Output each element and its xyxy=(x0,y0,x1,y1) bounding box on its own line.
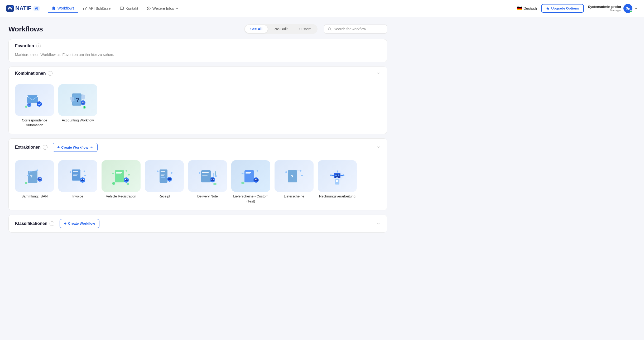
svg-rect-83 xyxy=(211,178,214,181)
workflow-label-accounting: Accounting Workflow xyxy=(62,118,94,123)
workflow-card-liefersch[interactable]: ? Lieferscheine xyxy=(275,160,314,204)
workflow-label-rechnung: Rechnungsverarbeitung xyxy=(319,194,355,199)
kombinationen-info-icon[interactable]: i xyxy=(48,71,52,76)
nav-workflows[interactable]: Workflows xyxy=(48,4,78,13)
workflow-label-iban: Sammlung: IBAN xyxy=(21,194,48,199)
svg-point-116 xyxy=(337,171,338,172)
section-extraktionen-header[interactable]: Extraktionen i + Create Workflow xyxy=(9,139,387,156)
nav-kontakt[interactable]: Kontakt xyxy=(116,4,142,13)
svg-point-8 xyxy=(37,101,42,107)
svg-rect-57 xyxy=(125,179,128,181)
svg-point-63 xyxy=(112,182,115,185)
svg-point-113 xyxy=(338,174,339,176)
svg-rect-44 xyxy=(81,179,84,181)
page-title: Workflows xyxy=(8,25,43,33)
create-workflow-klassifikationen-button[interactable]: + Create Workflow xyxy=(60,219,100,228)
section-klassifikationen: Klassifikationen i + Create Workflow xyxy=(8,215,387,233)
svg-point-2 xyxy=(83,8,85,10)
user-text: Systemadmin profor Manager xyxy=(588,5,621,12)
section-favoriten-body: Markiere einen Workflow als Favoriten um… xyxy=(9,53,387,62)
svg-rect-80 xyxy=(202,174,207,174)
workflow-label-liefersch-custom: Lieferscheine - Custom (Test) xyxy=(231,194,270,204)
svg-point-89 xyxy=(215,175,217,177)
workflow-icon-correspondence xyxy=(15,84,54,116)
tab-pre-built[interactable]: Pre-Built xyxy=(268,25,293,33)
user-menu[interactable]: Systemadmin profor Manager Sp xyxy=(588,4,638,13)
klassifikationen-info-icon[interactable]: i xyxy=(50,221,54,226)
svg-point-60 xyxy=(112,173,114,174)
svg-point-90 xyxy=(213,183,217,185)
search-icon xyxy=(328,27,331,31)
workflow-card-accounting[interactable]: ? xyxy=(58,84,97,128)
workflow-label-receipt: Receipt xyxy=(158,194,170,199)
workflow-card-delivery[interactable]: Delivery Note xyxy=(188,160,227,204)
workflow-card-invoice[interactable]: Invoice xyxy=(58,160,97,204)
online-dot xyxy=(630,10,632,13)
favoriten-info-icon[interactable]: i xyxy=(36,44,41,48)
workflow-icon-liefersch: ? xyxy=(275,160,314,192)
svg-rect-41 xyxy=(73,174,78,174)
svg-point-20 xyxy=(82,102,83,102)
svg-rect-94 xyxy=(246,175,251,175)
svg-point-62 xyxy=(128,174,130,176)
workflow-card-rechnung[interactable]: Rechnungsverarbeitung xyxy=(318,160,357,204)
svg-point-85 xyxy=(213,179,214,180)
workflow-grid-kombinationen: Correspondence Automation ? xyxy=(15,82,381,128)
svg-rect-86 xyxy=(213,173,214,177)
section-favoriten-header[interactable]: Favoriten i xyxy=(9,39,387,53)
svg-point-45 xyxy=(81,179,82,180)
svg-rect-67 xyxy=(161,173,164,173)
workflow-label-liefersch: Lieferscheine xyxy=(284,194,304,199)
svg-point-98 xyxy=(257,179,257,180)
svg-rect-29 xyxy=(39,178,41,180)
svg-rect-10 xyxy=(28,104,30,105)
section-extraktionen-body: ? xyxy=(9,156,387,210)
workflow-card-correspondence[interactable]: Correspondence Automation xyxy=(15,84,54,128)
star-icon xyxy=(546,7,550,10)
svg-point-21 xyxy=(83,102,84,102)
upgrade-button[interactable]: Upgrade Options xyxy=(541,4,584,13)
nav-api[interactable]: API Schlüssel xyxy=(79,4,115,13)
section-kombinationen-header[interactable]: Kombinationen i xyxy=(9,67,387,80)
extraktionen-info-icon[interactable]: i xyxy=(43,145,47,150)
svg-rect-19 xyxy=(82,102,84,103)
svg-text:?: ? xyxy=(76,97,79,103)
svg-rect-39 xyxy=(73,171,78,172)
svg-point-107 xyxy=(301,175,303,176)
nav-weitere[interactable]: Weitere Infos xyxy=(143,4,182,13)
chevron-down-nav-icon xyxy=(176,7,179,10)
svg-point-112 xyxy=(335,174,337,176)
workflow-label-delivery: Delivery Note xyxy=(197,194,218,199)
tab-see-all[interactable]: See All xyxy=(245,25,268,33)
svg-point-58 xyxy=(125,179,126,180)
svg-rect-93 xyxy=(246,173,250,174)
workflow-card-liefersch-custom[interactable]: Lieferscheine - Custom (Test) xyxy=(231,160,270,204)
section-klassifikationen-header[interactable]: Klassifikationen i + Create Workflow xyxy=(9,215,387,232)
workflow-card-iban[interactable]: ? xyxy=(15,160,54,204)
workflow-icon-rechnung xyxy=(318,160,357,192)
workflow-icon-receipt xyxy=(145,160,184,192)
section-extraktionen: Extraktionen i + Create Workflow ? xyxy=(8,138,387,210)
svg-point-88 xyxy=(199,172,200,174)
svg-point-37 xyxy=(25,182,27,184)
workflow-card-receipt[interactable]: Receipt xyxy=(145,160,184,204)
svg-rect-92 xyxy=(246,172,251,173)
svg-rect-54 xyxy=(116,173,121,174)
section-kombinationen: Kombinationen i xyxy=(8,67,387,134)
logo[interactable]: NATIF AI xyxy=(6,5,40,12)
tab-custom[interactable]: Custom xyxy=(294,25,317,33)
workflow-icon-accounting: ? xyxy=(58,84,97,116)
workflow-card-vehicle[interactable]: Vehicle Registration xyxy=(102,160,141,204)
lang-selector[interactable]: 🇩🇪 Deutsch xyxy=(517,6,537,11)
workflow-label-correspondence: Correspondence Automation xyxy=(15,118,54,128)
workflow-icon-liefersch-custom xyxy=(231,160,270,192)
svg-rect-114 xyxy=(336,177,338,178)
svg-rect-7 xyxy=(28,96,37,102)
info-circle-icon xyxy=(147,6,151,11)
svg-point-120 xyxy=(343,174,344,176)
svg-text:?: ? xyxy=(30,174,33,179)
svg-point-105 xyxy=(285,171,287,173)
search-input[interactable] xyxy=(334,27,383,31)
create-workflow-extraktionen-button[interactable]: + Create Workflow xyxy=(53,143,98,152)
section-favoriten: Favoriten i Markiere einen Workflow als … xyxy=(8,39,387,62)
